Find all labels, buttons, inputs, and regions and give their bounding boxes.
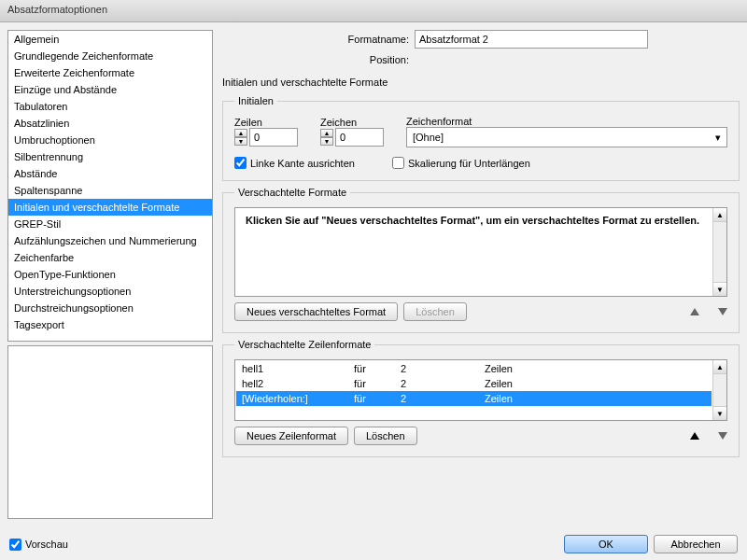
zeilen-up[interactable]: ▲ <box>234 129 247 137</box>
linke-kante-input[interactable] <box>234 157 247 169</box>
sidebar-item[interactable]: Allgemein <box>8 31 212 48</box>
sidebar-item[interactable]: Erweiterte Zeichenformate <box>8 64 212 81</box>
chevron-down-icon: ▾ <box>715 132 721 144</box>
sidebar-item[interactable]: OpenType-Funktionen <box>8 266 212 283</box>
zeilenformate-group: Verschachtelte Zeilenformate hell1für2Ze… <box>222 339 740 457</box>
sidebar-item[interactable]: Umbruchoptionen <box>8 132 212 148</box>
table-row[interactable]: hell1für2Zeilen <box>236 361 712 376</box>
zeichen-down[interactable]: ▼ <box>320 137 333 146</box>
vorschau-input[interactable] <box>9 539 21 551</box>
formatname-input[interactable] <box>415 30 648 49</box>
linke-kante-checkbox[interactable]: Linke Kante ausrichten <box>234 157 355 169</box>
sidebar-item[interactable]: Grundlegende Zeichenformate <box>8 48 212 64</box>
scroll-down-icon[interactable]: ▼ <box>713 406 726 420</box>
sidebar-item[interactable]: Einzüge und Abstände <box>8 81 212 98</box>
vz-move-up-icon[interactable] <box>690 432 699 440</box>
cancel-button[interactable]: Abbrechen <box>654 535 738 553</box>
sidebar-item[interactable]: GREP-Stil <box>8 216 212 232</box>
zeilen-input[interactable] <box>249 128 298 147</box>
sidebar-item[interactable]: Aufzählungszeichen und Nummerierung <box>8 232 212 249</box>
vz-move-down-icon[interactable] <box>718 432 727 440</box>
scroll-up-icon[interactable]: ▲ <box>713 208 726 222</box>
sidebar-item[interactable]: Silbentrennung <box>8 148 212 165</box>
position-label: Position: <box>222 54 409 65</box>
vf-legend: Verschachtelte Formate <box>234 187 350 198</box>
verschachtelte-formate-group: Verschachtelte Formate Klicken Sie auf "… <box>222 187 740 333</box>
vf-listbox[interactable]: Klicken Sie auf "Neues verschachteltes F… <box>234 207 727 297</box>
sidebar-item[interactable]: Durchstreichungsoptionen <box>8 300 212 316</box>
skalierung-checkbox[interactable]: Skalierung für Unterlängen <box>392 157 530 169</box>
scroll-down-icon[interactable]: ▼ <box>713 282 726 296</box>
window-title: Absatzformatoptionen <box>0 0 747 22</box>
initialen-legend: Initialen <box>234 95 277 106</box>
sidebar-item[interactable]: Tagsexport <box>8 316 212 333</box>
sidebar-item[interactable]: Zeichenfarbe <box>8 249 212 266</box>
vf-hint: Klicken Sie auf "Neues verschachteltes F… <box>236 209 712 231</box>
zeilen-label: Zeilen <box>234 117 298 128</box>
zeichenformat-select[interactable]: [Ohne] ▾ <box>406 127 727 147</box>
vf-move-up-icon[interactable] <box>690 308 699 315</box>
skalierung-input[interactable] <box>392 157 404 169</box>
zeichen-label: Zeichen <box>320 117 384 128</box>
zeichenformat-value: [Ohne] <box>413 132 444 143</box>
vz-listbox[interactable]: hell1für2Zeilenhell2für2Zeilen[Wiederhol… <box>234 359 727 421</box>
scroll-up-icon[interactable]: ▲ <box>713 360 726 374</box>
sidebar-item[interactable]: Initialen und verschachtelte Formate <box>8 199 212 216</box>
vf-new-button[interactable]: Neues verschachteltes Format <box>234 302 398 321</box>
zeichenformat-label: Zeichenformat <box>406 116 727 127</box>
vf-scrollbar[interactable]: ▲ ▼ <box>712 208 726 296</box>
table-row[interactable]: [Wiederholen:]für2Zeilen <box>236 391 712 406</box>
sidebar-item[interactable]: Absatzlinien <box>8 115 212 132</box>
page-heading: Initialen und verschachtelte Formate <box>222 77 740 88</box>
zeichen-up[interactable]: ▲ <box>320 129 333 137</box>
preview-box <box>7 345 213 519</box>
initialen-group: Initialen Zeilen ▲ ▼ Zeichen <box>222 95 740 181</box>
sidebar-item[interactable]: Unterstreichungsoptionen <box>8 283 212 300</box>
table-row[interactable]: hell2für2Zeilen <box>236 376 712 391</box>
sidebar-item[interactable]: Tabulatoren <box>8 98 212 115</box>
vz-new-button[interactable]: Neues Zeilenformat <box>234 427 348 445</box>
zeichen-input[interactable] <box>335 128 384 147</box>
ok-button[interactable]: OK <box>564 535 648 553</box>
formatname-label: Formatname: <box>222 34 409 45</box>
vz-scrollbar[interactable]: ▲ ▼ <box>712 360 726 420</box>
zeilen-down[interactable]: ▼ <box>234 137 247 146</box>
vz-legend: Verschachtelte Zeilenformate <box>234 339 374 350</box>
vf-move-down-icon[interactable] <box>718 308 727 315</box>
vf-delete-button[interactable]: Löschen <box>403 302 467 321</box>
category-list[interactable]: AllgemeinGrundlegende ZeichenformateErwe… <box>7 30 213 342</box>
vz-delete-button[interactable]: Löschen <box>354 427 417 445</box>
vorschau-checkbox[interactable]: Vorschau <box>9 539 68 551</box>
sidebar-item[interactable]: Spaltenspanne <box>8 182 212 199</box>
sidebar-item[interactable]: Abstände <box>8 165 212 182</box>
